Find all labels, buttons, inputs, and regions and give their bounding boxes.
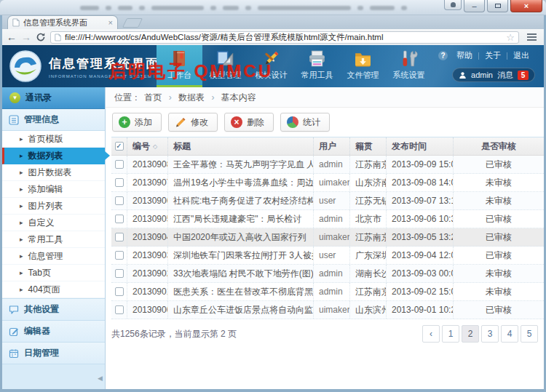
reload-icon[interactable]	[36, 32, 46, 42]
cell-title[interactable]: 山东章丘公车进饭店景点将自动向监控系统报警	[168, 301, 314, 319]
help-link[interactable]: 帮助	[451, 50, 478, 61]
sidebar-menu-item[interactable]: 数据列表	[2, 148, 105, 164]
cell-title[interactable]: 深圳地铁车门因乘客拉闸打开 3人被挤入隧道	[168, 247, 314, 264]
sidebar-menu-item[interactable]: 首页模版	[2, 131, 105, 148]
row-checkbox[interactable]	[115, 160, 124, 169]
sidebar-item-other-settings[interactable]: 其他设置	[2, 299, 105, 321]
sidebar-menu-item[interactable]: 404页面	[2, 281, 105, 298]
row-checkbox[interactable]	[115, 178, 124, 187]
sidebar-menu-item[interactable]: Tab页	[2, 265, 105, 281]
sidebar-collapse-icon[interactable]: ◀	[98, 375, 103, 382]
delete-button[interactable]: × 删除	[224, 113, 274, 132]
page-button[interactable]: 2	[462, 325, 479, 343]
breadcrumb-datatable[interactable]: 数据表	[177, 92, 206, 103]
address-bar[interactable]: file:///H:/wwwroot/cs/AnduWebClass/资源/精美…	[50, 31, 519, 44]
cell-title[interactable]: 王金平幕僚：马英九声明字字见血 人活着没意思	[168, 156, 314, 173]
close-button[interactable]: ×	[510, 0, 542, 12]
header-links: ? 帮助 关于 退出	[438, 50, 535, 61]
sidebar-menu-label: 信息管理	[28, 250, 63, 263]
page-button[interactable]: ‹	[422, 325, 440, 343]
nav-item-file-management[interactable]: 文件管理	[340, 45, 386, 87]
sidebar-item-editor[interactable]: 编辑器	[2, 321, 105, 343]
breadcrumb-home[interactable]: 首页	[143, 92, 163, 103]
record-summary: 共1256条记录，当前显示第 2 页	[111, 329, 237, 339]
stats-button[interactable]: 统计	[280, 113, 330, 132]
user-pill[interactable]: admin 消息 5	[452, 68, 535, 82]
row-checkbox[interactable]	[115, 251, 124, 260]
minimize-button[interactable]: –	[464, 0, 485, 12]
browser-menu-icon[interactable]	[523, 31, 539, 43]
select-all-checkbox[interactable]: ✓	[115, 142, 124, 151]
username: admin	[471, 71, 493, 79]
cell-title[interactable]: 医患关系：医生在替改革不彻底背黑锅	[168, 283, 314, 300]
table-row[interactable]: 20130905 江西"局长违规建豪宅"：局长检讨 admin 北京市 2013…	[111, 210, 544, 228]
messages-link[interactable]: 消息	[497, 70, 513, 81]
sidebar-menu-item[interactable]: 添加编辑	[2, 181, 105, 198]
stats-label: 统计	[303, 116, 320, 129]
forward-icon[interactable]: →	[21, 32, 31, 42]
delete-icon: ×	[231, 116, 242, 128]
cell-status: 已审核	[454, 210, 544, 228]
row-checkbox[interactable]	[115, 233, 124, 241]
table-row[interactable]: 20130900 山东章丘公车进饭店景点将自动向监控系统报警 uimaker 山…	[111, 301, 544, 319]
edit-button[interactable]: 修改	[168, 113, 218, 132]
sidebar-item-contacts[interactable]: ▼ 通讯录	[2, 87, 105, 109]
cell-title[interactable]: 温州19名小学生中毒流鼻血续：周边部分企业关停	[168, 174, 314, 191]
page-button[interactable]: 1	[442, 325, 459, 343]
nav-label: 系统设置	[393, 70, 425, 81]
sidebar-menu-label: 图片列表	[28, 200, 63, 212]
profile-button[interactable]	[444, 0, 462, 10]
col-id[interactable]: 编号◇	[127, 137, 168, 155]
cell-origin: 湖南长沙	[350, 265, 387, 282]
cell-title[interactable]: 社科院:电子商务促进了农村经济结构和社会转型	[168, 192, 314, 209]
browser-tabstrip: 信息管理系统界面 ×	[2, 15, 544, 29]
sidebar-menu-item[interactable]: 图片数据表	[2, 164, 105, 181]
sidebar-menu-item[interactable]: 自定义	[2, 215, 105, 231]
table-row[interactable]: 20130903 深圳地铁车门因乘客拉闸打开 3人被挤入隧道 user 广东深圳…	[111, 247, 544, 265]
nav-item-common-tools[interactable]: 常用工具	[294, 45, 340, 87]
tab-close-icon[interactable]: ×	[108, 19, 113, 27]
table-row[interactable]: 20130904 中国2020年或迈入高收入国家行列 uimaker 江苏南京 …	[111, 228, 544, 247]
sidebar-menu-label: 自定义	[28, 217, 55, 229]
screenshot-root: – × 信息管理系统界面 × ← → file:///H:/wwwroot/cs…	[0, 0, 546, 392]
row-checkbox[interactable]	[115, 269, 124, 278]
cell-title[interactable]: 33次地表塌陷 村民不敢下地劳作(图)	[168, 265, 314, 282]
cell-title[interactable]: 中国2020年或迈入高收入国家行列	[168, 228, 314, 246]
cell-id: 20130904	[127, 228, 168, 246]
sidebar-menu-item[interactable]: 信息管理	[2, 248, 105, 265]
page-button[interactable]: 3	[481, 325, 499, 343]
table-row[interactable]: 20130902 33次地表塌陷 村民不敢下地劳作(图) admin 湖南长沙 …	[111, 265, 544, 283]
nav-item-system-settings[interactable]: 系统设置	[386, 45, 432, 87]
sidebar-menu-label: 404页面	[28, 284, 60, 296]
row-checkbox[interactable]	[115, 305, 124, 314]
sidebar-menu-item[interactable]: 图片列表	[2, 198, 105, 215]
edit-label: 修改	[191, 116, 208, 129]
table-row[interactable]: 20130901 医患关系：医生在替改革不彻底背黑锅 admin 江苏南京 20…	[111, 283, 544, 301]
page-button[interactable]: 5	[521, 325, 538, 343]
row-checkbox[interactable]	[115, 287, 124, 296]
page-button[interactable]: 4	[501, 325, 518, 343]
back-icon[interactable]: ←	[7, 32, 17, 42]
logout-link[interactable]: 退出	[507, 50, 535, 61]
sidebar-group-manage-info[interactable]: 管理信息	[2, 109, 105, 131]
cell-title[interactable]: 江西"局长违规建豪宅"：局长检讨	[168, 210, 314, 228]
table-row[interactable]: 20130908 王金平幕僚：马英九声明字字见血 人活着没意思 admin 江苏…	[111, 156, 544, 174]
bookmark-star-icon[interactable]: ☆	[506, 33, 515, 42]
cell-time: 2013-09-09 15:05	[387, 156, 454, 173]
table-row[interactable]: 20130907 温州19名小学生中毒流鼻血续：周边部分企业关停 uimaker…	[111, 174, 544, 192]
maximize-button[interactable]	[487, 0, 508, 12]
about-link[interactable]: 关于	[479, 50, 507, 61]
browser-tab[interactable]: 信息管理系统界面 ×	[7, 15, 118, 29]
cell-id: 20130906	[127, 192, 168, 209]
sidebar-item-date-management[interactable]: 日期管理	[2, 343, 105, 364]
sidebar-section-label: 日期管理	[24, 347, 59, 359]
add-button[interactable]: + 添加	[112, 113, 162, 132]
cell-status: 未审核	[454, 265, 544, 282]
table-row[interactable]: 20130906 社科院:电子商务促进了农村经济结构和社会转型 user 江苏无…	[111, 192, 544, 210]
sidebar-group-label: 管理信息	[24, 113, 59, 126]
sidebar-menu-item[interactable]: 常用工具	[2, 231, 105, 248]
new-tab-button[interactable]	[122, 18, 143, 28]
row-checkbox[interactable]	[115, 196, 124, 205]
row-checkbox[interactable]	[115, 215, 124, 223]
pie-chart-icon	[287, 116, 298, 128]
